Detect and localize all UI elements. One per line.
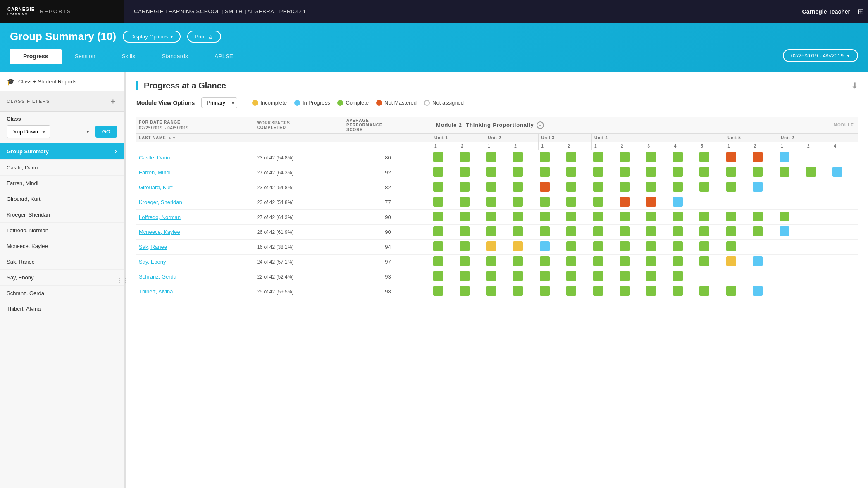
legend-complete: Complete (337, 100, 369, 106)
student-link[interactable]: Kroeger, Sheridan (139, 199, 182, 205)
legend-incomplete: Incomplete (252, 100, 287, 106)
sidebar-item-thibert[interactable]: Thibert, Alvina (0, 301, 124, 317)
module-cell (698, 240, 725, 255)
incomplete-dot (252, 100, 258, 106)
cell-box-complete (486, 226, 496, 236)
module-cell (512, 150, 538, 165)
workspaces-data-header (255, 134, 344, 142)
tab-progress[interactable]: Progress (10, 49, 62, 64)
cell-box-complete (460, 197, 470, 207)
avg-perf-data-header (344, 134, 432, 142)
cell-box-complete (593, 167, 603, 177)
cell-box-complete (460, 152, 470, 162)
student-link[interactable]: Castle, Dario (139, 155, 170, 161)
module-cell (805, 284, 831, 299)
cell-box-complete (460, 182, 470, 192)
module-cell (831, 165, 858, 180)
add-filter-icon[interactable]: ＋ (109, 96, 117, 106)
module-cell (778, 225, 805, 240)
student-name-cell: Thibert, Alvina (136, 284, 243, 299)
module-cell (539, 195, 565, 210)
collapse-module-icon[interactable]: − (537, 121, 544, 129)
sidebar-item-kroeger[interactable]: Kroeger, Sheridan (0, 207, 124, 223)
tab-session[interactable]: Session (62, 49, 109, 64)
last-name-sort-header[interactable]: LAST NAME ▲▼ (136, 134, 243, 142)
cell-box-complete (699, 152, 709, 162)
sidebar-item-farren[interactable]: Farren, Mindi (0, 176, 124, 191)
sidebar-item-mcneece[interactable]: Mcneece, Kaylee (0, 238, 124, 254)
cell-box-complete (513, 197, 523, 207)
tab-aplse[interactable]: APLSE (201, 49, 246, 64)
module-cell (645, 165, 671, 180)
module-cell (778, 255, 805, 269)
module-cell (565, 210, 591, 225)
student-link[interactable]: Girouard, Kurt (139, 184, 173, 190)
module-view-select[interactable]: Primary (201, 97, 237, 108)
display-options-button[interactable]: Display Options ▾ (123, 31, 181, 43)
module-cell (485, 284, 512, 299)
cell-box-not-mastered (540, 182, 550, 192)
module-cell (645, 150, 671, 165)
student-link[interactable]: Loffredo, Norman (139, 214, 181, 220)
sidebar-item-schranz[interactable]: Schranz, Gerda (0, 286, 124, 301)
tab-skills[interactable]: Skills (109, 49, 149, 64)
workspaces-cell: 22 of 42 (52.4%) (255, 269, 344, 284)
cell-box-complete (646, 256, 656, 266)
class-student-reports-link[interactable]: 🎓 Class + Student Reports (0, 72, 124, 91)
module-cell (698, 255, 725, 269)
sidebar-item-sak[interactable]: Sak, Ranee (0, 254, 124, 270)
student-link[interactable]: Sak, Ranee (139, 244, 167, 250)
cell-box-complete (673, 241, 683, 251)
student-link[interactable]: Say, Ebony (139, 259, 166, 265)
module-cell (458, 150, 485, 165)
cell-box-complete (486, 271, 496, 281)
chevron-right-icon: › (115, 148, 117, 155)
module-cell (805, 269, 831, 284)
student-table-body: Castle, Dario23 of 42 (54.8%)80Farren, M… (136, 150, 858, 299)
module-cell (698, 269, 725, 284)
cell-box-complete (620, 226, 630, 236)
go-button[interactable]: GO (95, 126, 117, 138)
print-button[interactable]: Print 🖨 (187, 31, 221, 43)
cell-box-complete (620, 271, 630, 281)
cell-box-not-mastered (646, 197, 656, 207)
sidebar-item-say[interactable]: Say, Ebony (0, 270, 124, 286)
class-dropdown[interactable]: Drop Down (7, 125, 50, 138)
tab-standards[interactable]: Standards (148, 49, 201, 64)
sidebar-item-girouard[interactable]: Girouard, Kurt (0, 191, 124, 207)
cell-box-complete (486, 197, 496, 207)
module-cell (805, 210, 831, 225)
cell-box-complete (486, 152, 496, 162)
sidebar-item-castle[interactable]: Castle, Dario (0, 160, 124, 176)
cell-box-incomplete (726, 256, 736, 266)
cell-box-complete (646, 286, 656, 296)
student-link[interactable]: Farren, Mindi (139, 169, 171, 176)
module-cell (539, 210, 565, 225)
student-link[interactable]: Thibert, Alvina (139, 288, 173, 295)
module-cell (592, 255, 618, 269)
sidebar-item-group-summary[interactable]: Group Summary › (0, 143, 124, 160)
module-cell (725, 225, 751, 240)
module-cell (512, 240, 538, 255)
module-cell (831, 284, 858, 299)
download-icon[interactable]: ⬇ (851, 81, 858, 90)
table-row: Mcneece, Kaylee26 of 42 (61.9%)90 (136, 225, 858, 240)
in-progress-dot (294, 100, 300, 106)
table-row: Farren, Mindi27 of 42 (64.3%)92 (136, 165, 858, 180)
score-cell: 82 (344, 180, 432, 195)
module-cell (778, 150, 805, 165)
student-link[interactable]: Mcneece, Kaylee (139, 229, 180, 235)
module-cell (672, 165, 698, 180)
module-cell (725, 255, 751, 269)
cell-box-complete (486, 182, 496, 192)
grid-icon[interactable]: ⊞ (858, 7, 868, 16)
reports-label: REPORTS (40, 8, 72, 14)
cell-box-complete (566, 182, 576, 192)
class-dropdown-wrapper: Drop Down ▾ (7, 125, 92, 138)
date-range-button[interactable]: 02/25/2019 - 4/5/2019 ▾ (783, 49, 858, 62)
module-cell (805, 195, 831, 210)
module-cell (778, 240, 805, 255)
module-cell (539, 150, 565, 165)
student-link[interactable]: Schranz, Gerda (139, 274, 176, 280)
sidebar-item-loffredo[interactable]: Loffredo, Norman (0, 223, 124, 238)
